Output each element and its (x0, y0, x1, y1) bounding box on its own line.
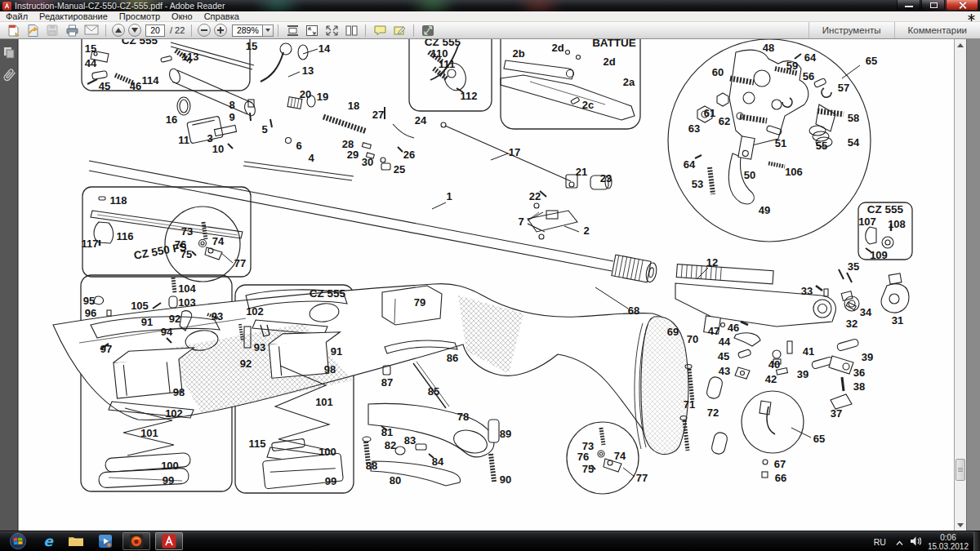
part-number-label: 115 (249, 438, 266, 450)
diagram-box-title: BATTUE (592, 39, 636, 49)
reading-mode-icon[interactable] (419, 23, 437, 38)
part-number-label: 56 (803, 70, 814, 82)
part-number-label: 87 (381, 376, 393, 389)
part-number-label: 91 (141, 316, 153, 328)
part-number-label: 95 (83, 295, 95, 307)
zoom-level-field[interactable]: 289% (232, 24, 263, 37)
fit-page-icon[interactable] (303, 23, 321, 38)
scroll-down-arrow[interactable] (956, 521, 964, 529)
zoom-dropdown-button[interactable] (263, 24, 274, 37)
part-number-label: 41 (803, 345, 814, 358)
part-number-label: 24 (415, 114, 427, 127)
menu-window[interactable]: Окно (166, 11, 198, 22)
part-number-label: 80 (390, 474, 401, 487)
tools-button[interactable]: Инструменты (808, 22, 894, 38)
volume-icon[interactable] (910, 535, 921, 549)
part-number-label: 82 (385, 439, 396, 451)
part-number-label: 77 (234, 257, 246, 269)
comments-button[interactable]: Комментарии (894, 22, 980, 38)
menu-view[interactable]: Просмотр (114, 11, 166, 22)
page-thumbnails-icon[interactable] (2, 46, 16, 62)
part-number-label: 58 (848, 112, 859, 124)
part-number-label: 96 (85, 307, 96, 319)
media-player-icon[interactable] (93, 532, 118, 550)
part-number-label: 46 (728, 322, 739, 334)
part-number-label: 79 (414, 296, 425, 309)
part-number-label: 116 (117, 230, 134, 242)
language-indicator[interactable]: RU (874, 537, 886, 547)
vertical-scrollbar[interactable] (954, 39, 966, 531)
save-icon[interactable] (43, 23, 61, 38)
internet-explorer-icon[interactable]: e (36, 532, 60, 550)
part-number-label: 13 (302, 64, 314, 77)
print-icon[interactable] (63, 23, 81, 38)
part-number-label: 78 (457, 411, 469, 423)
part-number-label: 99 (163, 474, 174, 487)
part-number-label: 10 (212, 143, 224, 155)
sticky-note-icon[interactable] (371, 23, 389, 38)
part-number-label: 107 (858, 216, 876, 228)
window-title: Instruction-Manual-CZ-550-CZ-555.pdf - A… (15, 1, 225, 11)
adobe-reader-app-icon (2, 2, 11, 11)
part-number-label: 100 (318, 446, 336, 458)
menu-help[interactable]: Справка (198, 11, 245, 22)
windows-explorer-icon[interactable] (64, 532, 88, 550)
part-number-label: 15 (246, 40, 257, 52)
open-file-icon[interactable] (4, 23, 22, 38)
start-button[interactable] (7, 532, 29, 550)
part-number-label: 2a (623, 76, 635, 88)
part-number-label: 62 (719, 115, 730, 127)
part-number-label: 65 (866, 55, 877, 67)
clock[interactable]: 0:06 15.03.2012 (928, 533, 969, 551)
part-number-label: 44 (719, 335, 731, 348)
part-number-label: 117 (82, 238, 99, 250)
part-number-label: 118 (110, 194, 127, 207)
browser-orange-app-icon[interactable] (122, 532, 150, 550)
part-number-label: 109 (870, 249, 888, 261)
scroll-up-arrow[interactable] (956, 41, 964, 49)
scrollbar-thumb[interactable] (956, 459, 965, 481)
scroll-mode-icon[interactable] (283, 23, 301, 38)
zoom-in-button[interactable] (214, 24, 227, 37)
close-button[interactable] (946, 0, 978, 11)
convert-share-icon[interactable] (24, 23, 42, 38)
part-number-label: 23 (600, 172, 612, 184)
part-number-label: 102 (165, 407, 183, 420)
zoom-out-button[interactable] (198, 24, 211, 37)
part-number-label: 76 (577, 451, 589, 463)
pdf-page: CZ 5551511344114454615141316113895104620… (19, 39, 967, 531)
part-number-label: 16 (166, 113, 177, 126)
part-number-label: 77 (636, 472, 648, 484)
tray-expand-icon[interactable] (896, 535, 903, 549)
adobe-reader-taskbar-icon[interactable] (155, 532, 183, 550)
part-number-label: 70 (687, 333, 698, 345)
page-number-input[interactable] (145, 24, 165, 37)
toolbar: / 22 289% Инструм (0, 22, 980, 39)
clock-time: 0:06 (928, 533, 969, 542)
previous-page-button[interactable] (112, 24, 125, 37)
menu-file[interactable]: Файл (0, 11, 33, 22)
part-number-label: 48 (763, 42, 774, 54)
two-page-view-icon[interactable] (342, 23, 360, 38)
show-desktop-button[interactable] (973, 531, 980, 551)
part-number-label: 98 (173, 386, 185, 398)
email-icon[interactable] (82, 23, 100, 38)
part-number-label: 90 (500, 473, 511, 486)
part-number-label: 60 (712, 66, 724, 78)
highlight-annotate-icon[interactable] (390, 23, 408, 38)
menu-edit[interactable]: Редактирование (33, 11, 114, 22)
part-number-label: 31 (892, 314, 903, 327)
maximize-button[interactable] (921, 0, 945, 11)
attachments-paperclip-icon[interactable] (2, 67, 16, 88)
reflow-view-icon[interactable] (323, 23, 341, 38)
part-number-label: 83 (404, 434, 416, 447)
next-page-button[interactable] (128, 24, 141, 37)
diagram-box-title: CZ 555 (310, 287, 346, 300)
part-number-label: 39 (862, 351, 873, 363)
part-number-label: 57 (838, 82, 849, 94)
part-number-label: 35 (848, 260, 859, 273)
part-number-label: 84 (432, 455, 444, 468)
part-number-label: 88 (366, 460, 377, 472)
part-number-label: 2d (551, 42, 564, 54)
minimize-button[interactable] (897, 0, 920, 11)
